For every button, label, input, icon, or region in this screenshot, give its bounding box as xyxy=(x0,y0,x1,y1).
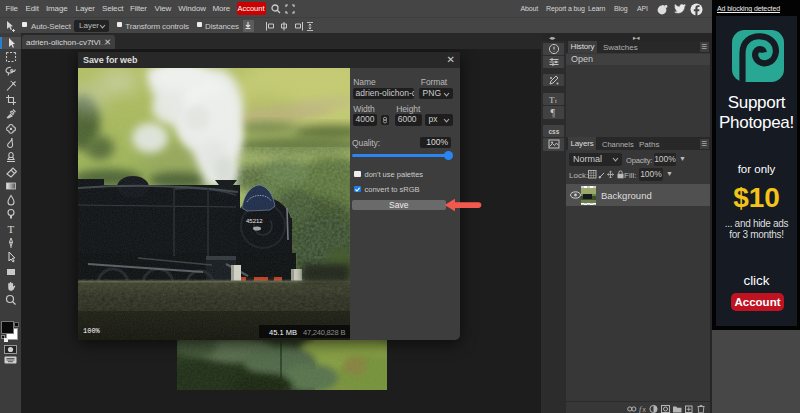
svg-text:t: t xyxy=(555,96,557,103)
svg-text:¶: ¶ xyxy=(550,107,555,118)
svg-text:css: css xyxy=(548,127,559,134)
svg-text:T: T xyxy=(7,223,14,235)
svg-text:x: x xyxy=(643,406,647,413)
